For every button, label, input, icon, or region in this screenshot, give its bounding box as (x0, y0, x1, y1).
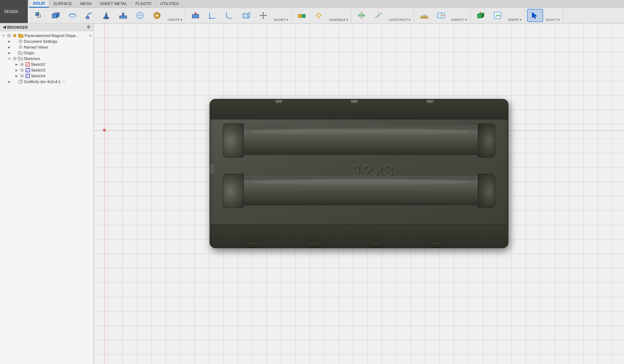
measure-icon (420, 12, 428, 19)
tube-top-body (244, 126, 478, 155)
design-button[interactable]: DESIGN ▼ (0, 0, 28, 23)
viewport[interactable]: 12x3 (94, 23, 624, 364)
browser-header: ◀ BROWSER ⚙ (0, 23, 93, 31)
btn-new-component[interactable] (31, 9, 46, 22)
tree-item-named-views[interactable]: ▶ Named Views (0, 44, 93, 50)
sweep-icon (85, 12, 93, 19)
group-inspect-label: INSPECT ▾ (450, 18, 469, 22)
svg-rect-4 (52, 14, 57, 18)
foot-4 (430, 242, 443, 247)
expand-doc[interactable]: ▶ (7, 39, 12, 44)
tube-top-container (223, 120, 495, 160)
visibility-s3[interactable] (19, 68, 24, 72)
btn-revolve[interactable] (64, 9, 80, 22)
tree-item-root[interactable]: ▼ Paramaterized Magnet Dispe... ⚙ (0, 33, 93, 38)
settings-icon-root[interactable]: ⚙ (89, 34, 92, 37)
expand-s4[interactable]: ▶ (14, 74, 19, 78)
btn-display[interactable] (433, 9, 449, 22)
sketch-icon-s2 (25, 62, 30, 67)
foot-1 (246, 242, 259, 247)
move-icon (259, 12, 267, 19)
visibility-sketches[interactable] (12, 57, 17, 60)
visibility-root[interactable] (6, 34, 12, 37)
foot-2 (307, 242, 320, 247)
gear-icon-doc (18, 39, 23, 44)
toolbar-tabs: SOLID SURFACE MESH SHEET METAL PLASTIC U… (28, 0, 624, 23)
design-label: DESIGN (4, 10, 18, 14)
btn-move[interactable] (255, 9, 271, 22)
btn-joint[interactable] (311, 9, 327, 22)
btn-construct2[interactable] (371, 9, 386, 22)
model-container: 12x3 (210, 99, 508, 248)
browser-items: ▼ Paramaterized Magnet Dispe... ⚙ ▶ (0, 31, 93, 364)
tube-top-right-cap (478, 123, 495, 158)
btn-assemble1[interactable] (294, 9, 310, 22)
browser-collapse-arrow[interactable]: ◀ (3, 25, 6, 29)
model-body: 12x3 (210, 99, 508, 248)
browser-header-left: ◀ BROWSER (3, 25, 28, 29)
svg-rect-0 (36, 13, 39, 15)
expand-root[interactable]: ▼ (1, 33, 6, 38)
tab-utilities[interactable]: UTILITIES (157, 0, 183, 8)
tree-item-gridfinity[interactable]: ▶ Gridfinity bin 4x2x4:1 ○ (0, 79, 93, 85)
tube-top-left-cap (223, 123, 244, 158)
svg-rect-81 (19, 81, 22, 83)
tree-item-doc-settings[interactable]: ▶ Document Settings (0, 38, 93, 44)
expand-named[interactable]: ▶ (7, 45, 12, 49)
top-notch-1 (275, 100, 282, 103)
btn-loft[interactable] (98, 9, 114, 22)
visibility-s4[interactable] (19, 74, 24, 78)
group-modify: MODIFY ▾ (186, 9, 291, 22)
svg-point-7 (69, 14, 76, 17)
tree-item-sketch4[interactable]: ▶ Sketch4 (0, 73, 93, 79)
tab-surface[interactable]: SURFACE (50, 0, 76, 8)
expand-sketches[interactable]: ▼ (7, 56, 12, 61)
visibility-s2[interactable] (19, 63, 24, 66)
btn-measure[interactable] (416, 9, 432, 22)
expand-s2[interactable]: ▶ (14, 62, 19, 67)
svg-line-76 (27, 69, 29, 71)
revolve-icon (68, 12, 76, 19)
svg-rect-12 (122, 13, 124, 16)
btn-web[interactable] (132, 9, 148, 22)
model-header (210, 100, 508, 119)
btn-insert1[interactable] (473, 9, 489, 22)
btn-press-pull[interactable] (188, 9, 203, 22)
btn-insert2[interactable] (490, 9, 506, 22)
fillet-icon (208, 12, 216, 19)
tree-item-origin[interactable]: ▶ Origin (0, 50, 93, 56)
expand-grid[interactable]: ▶ (7, 79, 12, 84)
group-create: CREATE ▾ (29, 9, 185, 22)
btn-create-more[interactable] (149, 9, 165, 22)
svg-rect-8 (86, 17, 89, 19)
expand-origin[interactable]: ▶ (7, 51, 12, 55)
tree-item-sketch2[interactable]: ▶ Sketch2 (0, 62, 93, 67)
btn-chamfer[interactable] (221, 9, 237, 22)
tab-solid[interactable]: SOLID (29, 0, 49, 8)
btn-sweep[interactable] (81, 9, 97, 22)
btn-select[interactable] (527, 9, 543, 22)
svg-point-61 (20, 41, 22, 42)
tab-mesh[interactable]: MESH (77, 0, 96, 8)
svg-rect-68 (18, 58, 23, 61)
group-assemble-label: ASSEMBLE ▾ (328, 18, 350, 22)
svg-rect-60 (18, 35, 23, 38)
group-construct-label: CONSTRUCT ▾ (387, 18, 412, 22)
tab-sheetmetal[interactable]: SHEET METAL (96, 0, 131, 8)
btn-extrude[interactable] (48, 9, 63, 22)
light-icon (12, 33, 17, 38)
browser-settings-icon[interactable]: ⚙ (87, 25, 90, 29)
expand-s3[interactable]: ▶ (14, 68, 19, 72)
btn-shell[interactable] (238, 9, 254, 22)
folder-icon-sketches (18, 56, 23, 61)
tab-plastic[interactable]: PLASTIC (132, 0, 156, 8)
svg-marker-27 (262, 12, 264, 13)
btn-construct1[interactable] (354, 9, 369, 22)
tree-item-sketch3[interactable]: ▶ Sketch3 (0, 67, 93, 73)
tube-bottom-right-cap (478, 174, 495, 208)
svg-point-74 (21, 69, 23, 71)
extrude-icon (51, 12, 59, 19)
tree-item-sketches[interactable]: ▼ Sketches (0, 56, 93, 62)
btn-rib[interactable] (115, 9, 131, 22)
btn-fillet[interactable] (205, 9, 220, 22)
